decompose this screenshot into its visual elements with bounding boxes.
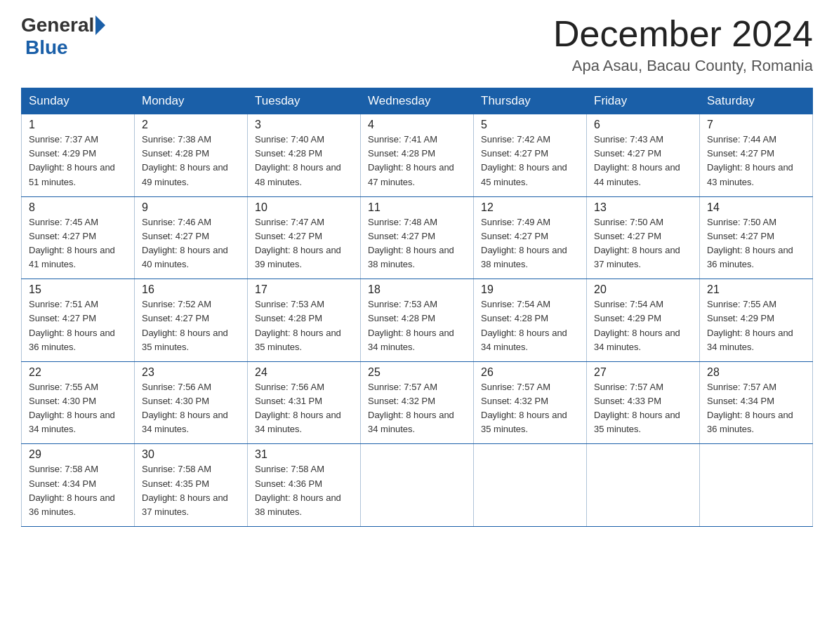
day-number: 28 <box>707 366 805 379</box>
day-info: Sunrise: 7:45 AMSunset: 4:27 PMDaylight:… <box>29 215 127 272</box>
day-number: 26 <box>481 366 579 379</box>
calendar-cell <box>474 444 587 527</box>
calendar-cell: 17Sunrise: 7:53 AMSunset: 4:28 PMDayligh… <box>248 279 361 362</box>
logo-blue-text: Blue <box>25 36 68 59</box>
weekday-header-wednesday: Wednesday <box>361 88 474 114</box>
day-number: 22 <box>29 366 127 379</box>
day-number: 19 <box>481 283 579 296</box>
weekday-header-saturday: Saturday <box>700 88 813 114</box>
day-info: Sunrise: 7:57 AMSunset: 4:32 PMDaylight:… <box>481 380 579 437</box>
day-info: Sunrise: 7:56 AMSunset: 4:30 PMDaylight:… <box>142 380 240 437</box>
calendar-cell: 16Sunrise: 7:52 AMSunset: 4:27 PMDayligh… <box>135 279 248 362</box>
day-number: 10 <box>255 201 353 214</box>
day-number: 8 <box>29 201 127 214</box>
calendar-header-row: SundayMondayTuesdayWednesdayThursdayFrid… <box>22 88 813 114</box>
day-info: Sunrise: 7:43 AMSunset: 4:27 PMDaylight:… <box>594 133 692 189</box>
calendar-cell: 7Sunrise: 7:44 AMSunset: 4:27 PMDaylight… <box>700 114 813 197</box>
location-title: Apa Asau, Bacau County, Romania <box>553 57 813 75</box>
calendar-week-2: 8Sunrise: 7:45 AMSunset: 4:27 PMDaylight… <box>22 196 813 279</box>
day-number: 31 <box>255 448 353 461</box>
weekday-header-thursday: Thursday <box>474 88 587 114</box>
day-number: 23 <box>142 366 240 379</box>
day-number: 2 <box>142 119 240 131</box>
day-number: 27 <box>594 366 692 379</box>
day-number: 4 <box>368 119 466 131</box>
day-number: 1 <box>29 119 127 131</box>
calendar-cell: 10Sunrise: 7:47 AMSunset: 4:27 PMDayligh… <box>248 196 361 279</box>
logo: General Blue <box>21 14 107 59</box>
calendar-cell: 3Sunrise: 7:40 AMSunset: 4:28 PMDaylight… <box>248 114 361 197</box>
calendar-cell: 24Sunrise: 7:56 AMSunset: 4:31 PMDayligh… <box>248 361 361 444</box>
day-info: Sunrise: 7:58 AMSunset: 4:35 PMDaylight:… <box>142 462 240 519</box>
day-number: 15 <box>29 283 127 296</box>
calendar-cell: 29Sunrise: 7:58 AMSunset: 4:34 PMDayligh… <box>22 444 135 527</box>
day-number: 16 <box>142 283 240 296</box>
calendar-cell: 14Sunrise: 7:50 AMSunset: 4:27 PMDayligh… <box>700 196 813 279</box>
calendar-table: SundayMondayTuesdayWednesdayThursdayFrid… <box>21 88 813 527</box>
calendar-cell: 8Sunrise: 7:45 AMSunset: 4:27 PMDaylight… <box>22 196 135 279</box>
day-number: 6 <box>594 119 692 131</box>
day-number: 24 <box>255 366 353 379</box>
day-info: Sunrise: 7:55 AMSunset: 4:30 PMDaylight:… <box>29 380 127 437</box>
day-info: Sunrise: 7:40 AMSunset: 4:28 PMDaylight:… <box>255 133 353 189</box>
day-number: 18 <box>368 283 466 296</box>
calendar-week-5: 29Sunrise: 7:58 AMSunset: 4:34 PMDayligh… <box>22 444 813 527</box>
calendar-cell: 18Sunrise: 7:53 AMSunset: 4:28 PMDayligh… <box>361 279 474 362</box>
day-number: 5 <box>481 119 579 131</box>
day-info: Sunrise: 7:37 AMSunset: 4:29 PMDaylight:… <box>29 133 127 189</box>
day-number: 17 <box>255 283 353 296</box>
day-info: Sunrise: 7:57 AMSunset: 4:32 PMDaylight:… <box>368 380 466 437</box>
calendar-cell: 26Sunrise: 7:57 AMSunset: 4:32 PMDayligh… <box>474 361 587 444</box>
day-info: Sunrise: 7:47 AMSunset: 4:27 PMDaylight:… <box>255 215 353 272</box>
day-number: 29 <box>29 448 127 461</box>
day-number: 3 <box>255 119 353 131</box>
calendar-cell: 4Sunrise: 7:41 AMSunset: 4:28 PMDaylight… <box>361 114 474 197</box>
day-info: Sunrise: 7:53 AMSunset: 4:28 PMDaylight:… <box>255 297 353 354</box>
calendar-cell: 23Sunrise: 7:56 AMSunset: 4:30 PMDayligh… <box>135 361 248 444</box>
day-number: 14 <box>707 201 805 214</box>
calendar-cell <box>587 444 700 527</box>
calendar-cell: 9Sunrise: 7:46 AMSunset: 4:27 PMDaylight… <box>135 196 248 279</box>
page-header: General Blue December 2024 Apa Asau, Bac… <box>21 14 813 75</box>
month-title: December 2024 <box>553 14 813 54</box>
day-info: Sunrise: 7:53 AMSunset: 4:28 PMDaylight:… <box>368 297 466 354</box>
calendar-cell: 6Sunrise: 7:43 AMSunset: 4:27 PMDaylight… <box>587 114 700 197</box>
weekday-header-friday: Friday <box>587 88 700 114</box>
day-info: Sunrise: 7:44 AMSunset: 4:27 PMDaylight:… <box>707 133 805 189</box>
calendar-cell: 19Sunrise: 7:54 AMSunset: 4:28 PMDayligh… <box>474 279 587 362</box>
calendar-cell: 5Sunrise: 7:42 AMSunset: 4:27 PMDaylight… <box>474 114 587 197</box>
day-number: 11 <box>368 201 466 214</box>
day-number: 25 <box>368 366 466 379</box>
calendar-cell: 27Sunrise: 7:57 AMSunset: 4:33 PMDayligh… <box>587 361 700 444</box>
weekday-header-tuesday: Tuesday <box>248 88 361 114</box>
day-info: Sunrise: 7:41 AMSunset: 4:28 PMDaylight:… <box>368 133 466 189</box>
day-number: 20 <box>594 283 692 296</box>
day-info: Sunrise: 7:50 AMSunset: 4:27 PMDaylight:… <box>707 215 805 272</box>
day-info: Sunrise: 7:57 AMSunset: 4:33 PMDaylight:… <box>594 380 692 437</box>
calendar-cell <box>361 444 474 527</box>
day-info: Sunrise: 7:49 AMSunset: 4:27 PMDaylight:… <box>481 215 579 272</box>
calendar-cell: 1Sunrise: 7:37 AMSunset: 4:29 PMDaylight… <box>22 114 135 197</box>
weekday-header-monday: Monday <box>135 88 248 114</box>
day-number: 13 <box>594 201 692 214</box>
calendar-cell: 30Sunrise: 7:58 AMSunset: 4:35 PMDayligh… <box>135 444 248 527</box>
day-info: Sunrise: 7:38 AMSunset: 4:28 PMDaylight:… <box>142 133 240 189</box>
weekday-header-sunday: Sunday <box>22 88 135 114</box>
calendar-cell: 22Sunrise: 7:55 AMSunset: 4:30 PMDayligh… <box>22 361 135 444</box>
calendar-cell: 11Sunrise: 7:48 AMSunset: 4:27 PMDayligh… <box>361 196 474 279</box>
calendar-cell: 28Sunrise: 7:57 AMSunset: 4:34 PMDayligh… <box>700 361 813 444</box>
calendar-cell <box>700 444 813 527</box>
day-info: Sunrise: 7:55 AMSunset: 4:29 PMDaylight:… <box>707 297 805 354</box>
day-number: 9 <box>142 201 240 214</box>
calendar-cell: 31Sunrise: 7:58 AMSunset: 4:36 PMDayligh… <box>248 444 361 527</box>
day-info: Sunrise: 7:56 AMSunset: 4:31 PMDaylight:… <box>255 380 353 437</box>
day-info: Sunrise: 7:58 AMSunset: 4:36 PMDaylight:… <box>255 462 353 519</box>
title-area: December 2024 Apa Asau, Bacau County, Ro… <box>553 14 813 75</box>
day-info: Sunrise: 7:48 AMSunset: 4:27 PMDaylight:… <box>368 215 466 272</box>
calendar-week-4: 22Sunrise: 7:55 AMSunset: 4:30 PMDayligh… <box>22 361 813 444</box>
calendar-cell: 25Sunrise: 7:57 AMSunset: 4:32 PMDayligh… <box>361 361 474 444</box>
calendar-cell: 15Sunrise: 7:51 AMSunset: 4:27 PMDayligh… <box>22 279 135 362</box>
day-info: Sunrise: 7:42 AMSunset: 4:27 PMDaylight:… <box>481 133 579 189</box>
day-number: 30 <box>142 448 240 461</box>
day-number: 7 <box>707 119 805 131</box>
